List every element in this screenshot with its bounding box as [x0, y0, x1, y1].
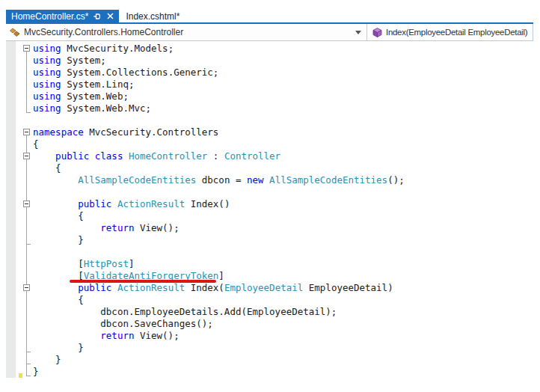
code-line[interactable]: public ActionResult Index() [33, 198, 405, 210]
member-dropdown[interactable]: Index(EmployeeDetail EmployeeDetail) [367, 24, 533, 40]
code-line[interactable]: { [33, 210, 405, 222]
collapse-region-button[interactable] [23, 45, 30, 52]
tab-label: Index.cshtml* [126, 11, 180, 22]
code-line[interactable]: using System; [33, 55, 405, 67]
type-dropdown[interactable]: MvcSecurity.Controllers.HomeController [6, 24, 367, 40]
code-line[interactable]: using System.Web; [33, 91, 405, 102]
fold-scope-line [26, 135, 27, 376]
fold-end-tick [26, 376, 31, 376]
code-line[interactable] [33, 186, 405, 198]
code-line[interactable]: return View(); [33, 222, 405, 234]
member-dropdown-label: Index(EmployeeDetail EmployeeDetail) [386, 28, 527, 37]
collapse-region-button[interactable] [23, 129, 30, 135]
pin-icon[interactable] [93, 13, 101, 20]
code-line[interactable]: } [33, 234, 405, 246]
code-line[interactable]: AllSampleCodeEntities dbcon = new AllSam… [33, 174, 405, 186]
method-icon [372, 28, 382, 37]
minus-glyph [25, 203, 28, 204]
code-editor[interactable]: using MvcSecurity.Models;using System;us… [6, 41, 534, 392]
code-line[interactable]: namespace MvcSecurity.Controllers [33, 126, 405, 138]
code-line[interactable]: } [33, 342, 405, 354]
collapse-region-button[interactable] [23, 153, 30, 159]
code-line[interactable]: return View(); [33, 330, 405, 342]
code-line[interactable]: using System.Collections.Generic; [33, 67, 405, 79]
tab-index-cshtml[interactable]: Index.cshtml* [119, 10, 186, 22]
fold-end-tick [26, 244, 31, 245]
editor-navigation-bar: MvcSecurity.Controllers.HomeController I… [6, 24, 533, 41]
minus-glyph [25, 48, 28, 49]
type-dropdown-label: MvcSecurity.Controllers.HomeController [24, 27, 183, 37]
class-icon [10, 28, 20, 37]
code-line[interactable]: public class HomeController : Controller [33, 150, 405, 162]
code-line[interactable]: [HttpPost] [33, 258, 405, 270]
code-line[interactable]: using System.Linq; [33, 79, 405, 91]
code-line[interactable] [33, 114, 405, 126]
indicator-margin [6, 41, 16, 378]
collapse-region-button[interactable] [23, 284, 30, 291]
code-line[interactable] [33, 246, 405, 258]
minus-glyph [25, 156, 28, 156]
code-line[interactable]: using MvcSecurity.Models; [33, 43, 405, 55]
chevron-down-icon[interactable] [355, 31, 361, 34]
tab-homecontroller-cs[interactable]: HomeController.cs* [6, 10, 119, 22]
code-line[interactable]: { [33, 162, 405, 174]
tab-bar: HomeController.cs* Index.cshtml* [6, 10, 533, 22]
fold-end-tick [26, 352, 31, 352]
fold-scope-line [26, 52, 27, 112]
code-line[interactable]: { [33, 138, 405, 150]
red-underline-annotation [70, 280, 216, 283]
tab-label: HomeController.cs* [11, 11, 88, 22]
unsaved-change-mark [19, 373, 22, 378]
code-line[interactable]: { [33, 294, 405, 306]
minus-glyph [25, 287, 28, 288]
fold-end-tick [26, 364, 31, 364]
code-text-area[interactable]: using MvcSecurity.Models;using System;us… [33, 43, 405, 378]
collapse-region-button[interactable] [23, 200, 30, 207]
close-icon[interactable] [106, 13, 114, 20]
minus-glyph [25, 132, 28, 132]
code-line[interactable]: public ActionResult Index(EmployeeDetail… [33, 282, 405, 294]
code-line[interactable]: } [33, 354, 405, 366]
code-line[interactable]: } [33, 366, 405, 378]
code-line[interactable]: using System.Web.Mvc; [33, 102, 405, 114]
fold-end-tick [26, 112, 31, 113]
code-line[interactable]: dbcon.SaveChanges(); [33, 318, 405, 330]
code-line[interactable]: dbcon.EmployeeDetails.Add(EmployeeDetail… [33, 306, 405, 318]
